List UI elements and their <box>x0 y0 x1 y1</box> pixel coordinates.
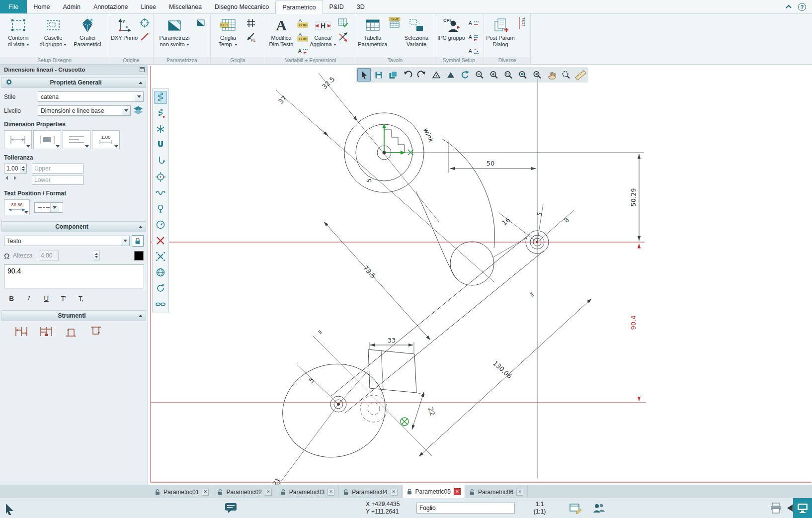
snap-asterisk-icon[interactable] <box>154 123 167 136</box>
subscript-button[interactable]: T, <box>75 292 87 304</box>
redo-icon[interactable] <box>415 68 428 82</box>
menu-disegno-meccanico[interactable]: Disegno Meccanico <box>208 0 275 13</box>
close-tab-icon[interactable]: ✕ <box>265 489 272 496</box>
doc-tab-parametric03[interactable]: Parametric03 ✕ <box>276 486 339 498</box>
underline-button[interactable]: U <box>40 292 53 304</box>
grid-check-icon[interactable] <box>337 16 350 29</box>
superscript-button[interactable]: T' <box>57 292 70 304</box>
display-settings-button[interactable] <box>793 498 812 518</box>
zoom-dynamic-icon[interactable] <box>559 68 572 82</box>
chevron-down-icon[interactable] <box>135 92 143 101</box>
zoom-out-icon[interactable] <box>473 68 486 82</box>
collapse-section-icon[interactable] <box>139 226 143 228</box>
collapse-section-icon[interactable] <box>139 315 143 317</box>
doc-tab-parametric05[interactable]: Parametric05 ✕ <box>402 485 465 498</box>
snap-magnet-icon[interactable] <box>154 139 167 152</box>
contorni-di-vista-button[interactable]: Contorni di vista <box>1 15 36 47</box>
snap-compass-icon[interactable] <box>154 218 167 231</box>
measure-ruler-icon[interactable] <box>573 68 587 82</box>
grafici-parametrici-button[interactable]: Grafici Parametrici <box>71 15 104 47</box>
dim-style-combo-1[interactable] <box>4 130 32 149</box>
snap-rotate-icon[interactable] <box>154 282 167 295</box>
constraint-coil-icon[interactable] <box>154 107 167 120</box>
carica-aggiorna-button[interactable]: H Carica/ Aggiorna <box>309 15 337 47</box>
a-points-icon[interactable]: A <box>467 44 480 57</box>
snap-center-icon[interactable] <box>154 171 167 183</box>
ipc-gruppo-button[interactable]: CPI IPC gruppo <box>435 15 467 41</box>
doc-tab-parametric01[interactable]: Parametric01 ✕ <box>151 486 213 498</box>
a-dim-list-icon[interactable]: A <box>467 16 480 29</box>
menu-annotazione[interactable]: Annotazione <box>87 0 135 13</box>
constraint-spring-icon[interactable] <box>154 91 167 104</box>
snap-hook-icon[interactable] <box>154 155 167 168</box>
sheet-name-input[interactable] <box>416 503 515 514</box>
undo-icon[interactable] <box>401 68 414 82</box>
zoom-window-icon[interactable] <box>501 68 515 82</box>
component-dropdown[interactable]: Testo <box>4 236 130 246</box>
select-cursor-icon[interactable] <box>357 68 371 82</box>
doc-tab-parametric04[interactable]: Parametric04 ✕ <box>339 486 402 498</box>
close-tab-icon[interactable]: ✕ <box>202 489 209 496</box>
seleziona-variante-button[interactable]: Seleziona Variante <box>401 15 432 47</box>
drawing-edit-icon[interactable] <box>569 502 582 516</box>
parametrizzi-non-svolto-button[interactable]: Parametrizzi non svolto <box>155 15 194 47</box>
chevron-down-icon[interactable] <box>56 145 60 148</box>
grid-hash-icon[interactable] <box>244 16 257 29</box>
dim-update-tool-icon[interactable] <box>88 326 103 339</box>
modifica-dim-testo-button[interactable]: A Modifica Dim.Testo <box>266 15 296 47</box>
dim-style-combo-3[interactable] <box>63 130 90 149</box>
a-expression-icon[interactable]: A <box>296 44 309 57</box>
red-slash-icon[interactable] <box>138 30 151 43</box>
a-com-icon-2[interactable]: ACOM <box>296 30 309 43</box>
close-tab-icon[interactable]: ✕ <box>516 489 523 496</box>
close-tab-icon[interactable]: ✕ <box>391 489 398 496</box>
livello-dropdown[interactable]: Dimensioni e linee base <box>38 105 131 116</box>
collapse-section-icon[interactable] <box>139 82 143 84</box>
text-position-combo[interactable]: 86 86 <box>4 199 30 215</box>
close-tab-icon[interactable]: ✕ <box>327 489 334 496</box>
chevron-down-icon[interactable] <box>26 145 30 148</box>
a-com-icon[interactable]: ACOM <box>296 16 309 29</box>
message-bubble-icon[interactable] <box>225 502 238 516</box>
users-icon[interactable] <box>592 502 605 516</box>
close-tab-icon[interactable]: ✕ <box>454 488 461 495</box>
triangle-outline-icon[interactable] <box>429 68 443 82</box>
chevron-down-icon[interactable] <box>85 145 89 148</box>
doc-tab-parametric06[interactable]: Parametric06 ✕ <box>465 486 528 498</box>
collapse-panel-arrow-icon[interactable] <box>787 505 793 512</box>
dimension-text-area[interactable]: 90.4 <box>4 264 144 288</box>
lock-button[interactable] <box>132 235 144 247</box>
menu-pid[interactable]: P&ID <box>323 0 350 13</box>
dim-baseline-tool-icon[interactable] <box>39 326 54 339</box>
stile-dropdown[interactable]: catena <box>38 91 144 102</box>
triangle-filled-icon[interactable] <box>444 68 457 82</box>
spinner-arrows[interactable] <box>20 164 26 173</box>
snap-pin-icon[interactable] <box>154 202 167 215</box>
section-strumenti[interactable]: Strumenti <box>1 310 146 321</box>
layers-icon[interactable] <box>133 105 144 116</box>
snap-link-icon[interactable] <box>154 298 167 311</box>
dxy-primo-button[interactable]: Y x DXY Primo <box>110 15 138 41</box>
pen-fil-icon[interactable]: FIL <box>244 30 257 43</box>
text-color-swatch[interactable] <box>134 251 144 260</box>
doc-tab-parametric02[interactable]: Parametric02 ✕ <box>213 486 276 498</box>
snap-off-icon[interactable] <box>154 234 167 247</box>
line-style-dropdown[interactable] <box>34 202 63 213</box>
printer-icon[interactable] <box>769 502 782 516</box>
menu-admin[interactable]: Admin <box>57 0 87 13</box>
dim-chain-tool-icon[interactable] <box>14 326 29 339</box>
snap-wave-icon[interactable] <box>154 186 167 199</box>
post-param-dialog-button[interactable]: Post Param Dialog <box>485 15 516 47</box>
save-all-icon[interactable] <box>386 68 400 82</box>
section-component[interactable]: Component <box>1 221 146 232</box>
chevron-down-icon[interactable] <box>114 145 118 148</box>
pan-hand-icon[interactable] <box>545 68 558 82</box>
origin-symbol-icon[interactable] <box>138 16 151 29</box>
drawing-canvas[interactable]: 50.29 90.4 50 73.5 130.06 33 22 37 32.5 … <box>148 65 812 485</box>
menu-linee[interactable]: Linee <box>134 0 162 13</box>
bold-button[interactable]: B <box>5 292 18 304</box>
upper-tolerance-field[interactable] <box>32 164 83 173</box>
zoom-previous-icon[interactable] <box>530 68 544 82</box>
name-table-icon[interactable]: NAME <box>388 16 401 29</box>
menu-parametrico[interactable]: Parametrico <box>275 0 323 14</box>
